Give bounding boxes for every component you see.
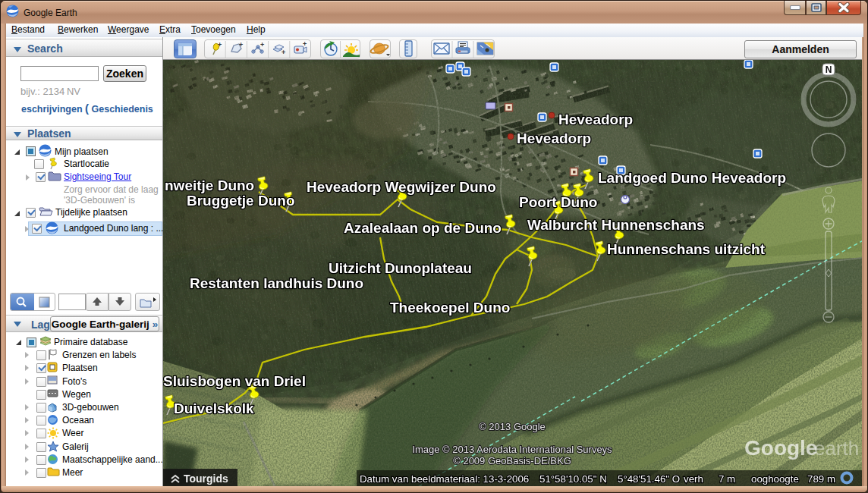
svg-text:Landgoed Duno Heveadorp: Landgoed Duno Heveadorp bbox=[598, 170, 786, 186]
svg-text:Sluisbogen van Driel: Sluisbogen van Driel bbox=[163, 373, 306, 389]
svg-text:earth: earth bbox=[814, 437, 859, 460]
svg-text:ooghoogte: ooghoogte bbox=[751, 473, 799, 485]
svg-text:Azalealaan op de Duno: Azalealaan op de Duno bbox=[344, 220, 502, 236]
svg-text:7 m: 7 m bbox=[719, 473, 735, 485]
svg-text:51°58'10.05" N: 51°58'10.05" N bbox=[539, 473, 607, 485]
svg-text:verh: verh bbox=[684, 473, 703, 485]
svg-text:nweitje Duno: nweitje Duno bbox=[165, 177, 254, 193]
svg-text:Google: Google bbox=[744, 436, 817, 460]
svg-text:Restanten landhuis Duno: Restanten landhuis Duno bbox=[190, 275, 363, 291]
svg-text:Tourgids: Tourgids bbox=[184, 473, 228, 485]
svg-text:Hunnenschans uitzicht: Hunnenschans uitzicht bbox=[607, 241, 766, 257]
svg-text:+: + bbox=[239, 41, 243, 49]
svg-text:+: + bbox=[260, 41, 264, 49]
svg-text:Image © 2013 Aerodata Internat: Image © 2013 Aerodata International Surv… bbox=[412, 444, 612, 455]
svg-text:Uitzicht Dunoplateau: Uitzicht Dunoplateau bbox=[329, 260, 472, 276]
svg-text:© 2009 GeoBasis-DE/BKG: © 2009 GeoBasis-DE/BKG bbox=[453, 455, 571, 466]
svg-text:+: + bbox=[218, 41, 222, 49]
svg-text:N: N bbox=[826, 64, 832, 75]
svg-text:Heveadorp Wegwijzer Duno: Heveadorp Wegwijzer Duno bbox=[307, 179, 496, 195]
svg-text:Datum van beeldmateriaal: 13-3: Datum van beeldmateriaal: 13-3-2006 bbox=[360, 473, 529, 485]
svg-text:+: + bbox=[303, 40, 307, 48]
svg-text:Duivelskolk: Duivelskolk bbox=[174, 400, 254, 416]
svg-text:789 m: 789 m bbox=[807, 473, 835, 485]
svg-text:Poort Duno: Poort Duno bbox=[519, 194, 597, 210]
svg-text:Heveadorp: Heveadorp bbox=[558, 111, 633, 127]
svg-text:© 2013 Google: © 2013 Google bbox=[479, 421, 546, 432]
svg-text:+: + bbox=[281, 49, 285, 56]
svg-text:Bruggetje Duno: Bruggetje Duno bbox=[187, 193, 295, 209]
svg-text:Walburcht Hunnenschans: Walburcht Hunnenschans bbox=[527, 217, 705, 233]
svg-text:Theekoepel Duno: Theekoepel Duno bbox=[390, 300, 510, 316]
svg-text:Heveadorp: Heveadorp bbox=[517, 130, 591, 146]
svg-text:5°48'51.46" O: 5°48'51.46" O bbox=[618, 473, 680, 485]
